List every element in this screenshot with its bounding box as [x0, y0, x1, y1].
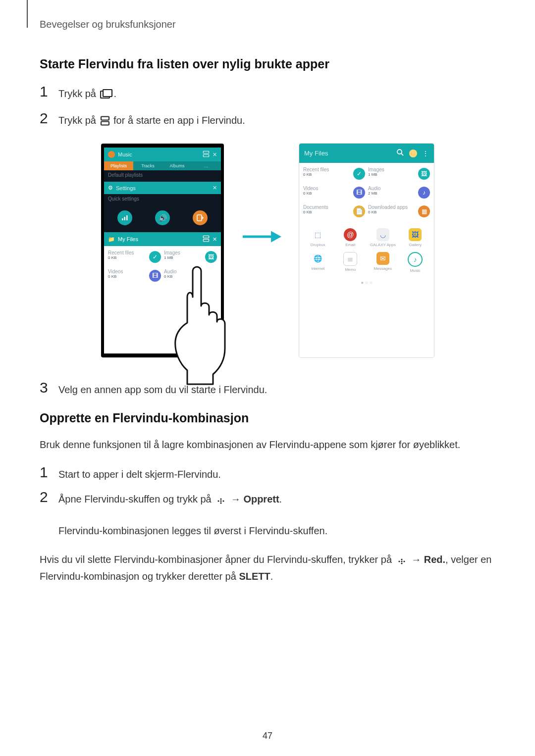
- tile-recent[interactable]: Recent files 0 KB ✓: [303, 167, 365, 182]
- text: Trykk på: [58, 88, 99, 99]
- storage-icon[interactable]: [409, 150, 417, 157]
- tile-label: Audio: [368, 186, 415, 191]
- app-memo[interactable]: ≣Memo: [336, 252, 366, 273]
- tile-label: Videos: [303, 186, 350, 191]
- text: Hvis du vil slette Flervindu-kombinasjon…: [40, 554, 395, 565]
- tile-label: Videos: [108, 269, 146, 274]
- page: Bevegelser og bruksfunksjoner Starte Fle…: [0, 0, 535, 756]
- step-body: Velg en annen app som du vil starte i Fl…: [58, 379, 495, 397]
- app-label: Gallery: [409, 243, 422, 247]
- svg-point-21: [401, 558, 402, 560]
- tile-videos[interactable]: Videos 0 KB 🎞: [303, 186, 365, 201]
- tile-downloaded[interactable]: Downloaded apps 0 KB ▦: [368, 204, 430, 219]
- split-view-icon[interactable]: [203, 235, 210, 243]
- tile-audio[interactable]: Audio 2 MB ♪: [368, 186, 430, 201]
- tab[interactable]: Albums: [162, 161, 192, 170]
- svg-marker-13: [271, 231, 281, 243]
- quick-toggles: 🔊: [104, 205, 221, 232]
- app-internet[interactable]: 🌐Internet: [303, 252, 333, 273]
- tile-label: Images: [164, 250, 202, 255]
- gear-icon: ⚙: [108, 185, 113, 191]
- tile-label: Recent files: [108, 250, 146, 255]
- app-label: Dropbox: [311, 243, 325, 247]
- arrow: →: [228, 494, 243, 504]
- app-galaxy-apps[interactable]: ◡GALAXY Apps: [368, 228, 398, 247]
- recent-card-music: Music ✕ Playlists Tracks Albums … Defaul…: [104, 148, 221, 182]
- card-title: Settings: [116, 185, 136, 191]
- text: Trykk på: [58, 115, 99, 126]
- svg-point-22: [398, 560, 400, 562]
- tile-sub: 0 KB: [368, 210, 415, 214]
- phone-inner: Music ✕ Playlists Tracks Albums … Defaul…: [104, 148, 221, 353]
- app-dropbox[interactable]: ⬚Dropbox: [303, 228, 333, 247]
- svg-rect-6: [122, 218, 123, 220]
- tile-audio[interactable]: Audio 0 KB: [164, 269, 217, 284]
- step-number: 2: [40, 110, 58, 126]
- tile-sub: 2 MB: [368, 191, 415, 196]
- tile-images[interactable]: Images 1 MB 🖼: [164, 250, 217, 265]
- right-screenshot: My Files ⋮ Recent files 0 KB ✓ Images 1 …: [299, 144, 434, 357]
- app-messages[interactable]: ✉Messages: [368, 252, 398, 273]
- card-header: 📁 My Files ✕: [104, 232, 221, 246]
- bold-label: Opprett: [243, 494, 279, 504]
- tile-videos[interactable]: Videos 0 KB 🎞: [108, 269, 161, 284]
- svg-rect-8: [126, 215, 128, 220]
- recent-card-files: 📁 My Files ✕ Recent files 0 KB ✓: [104, 232, 221, 353]
- card-header: Music ✕: [104, 148, 221, 161]
- close-icon[interactable]: ✕: [213, 236, 217, 243]
- tab[interactable]: Tracks: [133, 161, 162, 170]
- tab[interactable]: Playlists: [104, 161, 133, 170]
- app-label: Messages: [374, 266, 392, 271]
- music-icon: [108, 151, 115, 158]
- svg-point-19: [223, 500, 224, 502]
- tile-label: Documents: [303, 204, 350, 210]
- section1-heading: Starte Flervindu fra listen over nylig b…: [40, 57, 495, 71]
- app-email[interactable]: @Email: [336, 228, 366, 247]
- close-icon[interactable]: ✕: [213, 151, 217, 158]
- left-screenshot: Music ✕ Playlists Tracks Albums … Defaul…: [101, 144, 224, 357]
- svg-rect-5: [203, 154, 209, 156]
- clock-icon: ✓: [149, 251, 161, 263]
- video-icon: 🎞: [149, 270, 161, 282]
- svg-rect-9: [197, 215, 202, 221]
- step-number: 3: [40, 379, 58, 396]
- svg-point-17: [218, 500, 219, 502]
- step-1: 1 Trykk på .: [40, 83, 495, 103]
- toggle-icon[interactable]: [193, 210, 208, 225]
- svg-rect-10: [203, 236, 209, 238]
- close-icon[interactable]: ✕: [213, 185, 217, 191]
- split-view-icon[interactable]: [203, 151, 210, 158]
- image-icon: 🖼: [205, 251, 217, 263]
- section2-steps: 1 Start to apper i delt skjerm-Flervindu…: [40, 464, 495, 538]
- files-grid: Recent files 0 KB ✓ Images 1 MB 🖼 Videos…: [104, 246, 221, 353]
- tile-label: Audio: [164, 269, 202, 274]
- toggle-icon[interactable]: [117, 210, 132, 225]
- app-label: Memo: [345, 267, 356, 272]
- app-gallery[interactable]: 🖼Gallery: [401, 228, 430, 247]
- svg-rect-2: [101, 117, 109, 120]
- toggle-icon[interactable]: 🔊: [155, 210, 170, 225]
- tile-recent[interactable]: Recent files 0 KB ✓: [108, 250, 161, 265]
- tile-sub: 0 KB: [303, 210, 350, 214]
- menu-icon[interactable]: ⋮: [422, 150, 429, 157]
- app-label: Email: [345, 243, 355, 247]
- split-view-icon: [100, 115, 110, 130]
- step-3: 3 Velg en annen app som du vil starte i …: [40, 379, 495, 397]
- step-number: 1: [40, 464, 58, 480]
- tile-sub: 0 KB: [164, 274, 202, 279]
- svg-point-14: [397, 150, 402, 154]
- tile-images[interactable]: Images 1 MB 🖼: [368, 167, 430, 182]
- bold-label: Red.: [424, 554, 445, 565]
- app-label: Internet: [311, 266, 324, 271]
- search-icon[interactable]: [396, 149, 404, 158]
- text: for å starte en app i Flervindu.: [113, 115, 245, 126]
- tab[interactable]: …: [192, 161, 221, 170]
- text: .: [270, 571, 273, 582]
- clock-icon: ✓: [353, 168, 365, 180]
- arrow-icon: [242, 144, 281, 246]
- svg-line-15: [401, 153, 403, 155]
- app-music[interactable]: ♪Music: [401, 252, 430, 273]
- text: Åpne Flervindu-skuffen og trykk på: [58, 494, 214, 504]
- tile-documents[interactable]: Documents 0 KB 📄: [303, 204, 365, 219]
- step-2: 2 Trykk på for å starte en app i Flervin…: [40, 110, 495, 130]
